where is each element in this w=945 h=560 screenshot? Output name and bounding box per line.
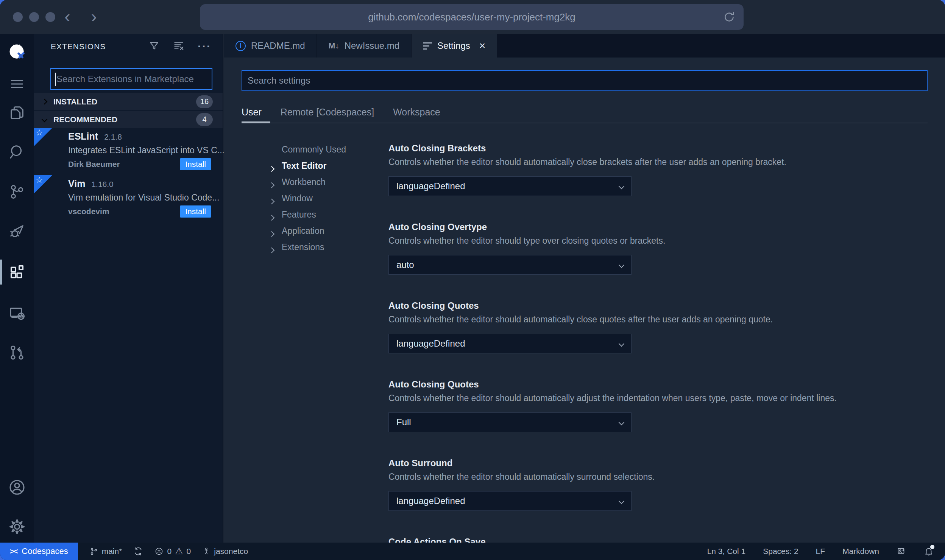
scope-tab-user[interactable]: User [242, 107, 262, 118]
setting-dropdown[interactable]: Full [388, 412, 632, 432]
info-icon: i [235, 41, 246, 51]
extension-author: Dirk Baeumer [68, 160, 120, 169]
toc-label: Workbench [282, 177, 326, 187]
setting-dropdown[interactable]: languageDefined [388, 334, 632, 353]
chevron-down-icon [619, 498, 625, 504]
branch-status[interactable]: main* [89, 547, 122, 556]
sync-icon [133, 546, 143, 556]
settings-editor: User Remote [Codespaces] Workspace Commo… [224, 58, 945, 543]
dropdown-value: auto [396, 260, 414, 270]
browser-window: ‹ › github.com/codespaces/user-my-projec… [0, 0, 945, 560]
tab-newissue[interactable]: M↓ NewIssue.md [317, 34, 412, 58]
extension-item-eslint[interactable]: ☆ ESLint 2.1.8 Integrates ESLint JavaScr… [34, 128, 223, 175]
more-actions-icon[interactable]: ··· [198, 43, 211, 50]
account-icon[interactable] [7, 478, 27, 497]
scope-separator [242, 123, 928, 123]
maximize-window-button[interactable] [45, 12, 55, 22]
source-control-icon[interactable] [7, 182, 27, 202]
dropdown-value: languageDefined [396, 181, 465, 191]
run-and-debug-icon[interactable] [7, 222, 27, 241]
setting-dropdown[interactable]: languageDefined [388, 491, 632, 511]
search-icon[interactable] [7, 142, 27, 162]
install-button[interactable]: Install [180, 158, 211, 170]
address-bar[interactable]: github.com/codespaces/user-my-project-mg… [200, 4, 744, 30]
chevron-right-icon [269, 166, 275, 172]
text-caret [55, 73, 56, 86]
setting-dropdown[interactable]: languageDefined [388, 176, 632, 196]
toc-label: Window [282, 193, 313, 204]
section-recommended[interactable]: RECOMMENDED 4 [34, 111, 223, 128]
install-button[interactable]: Install [180, 205, 211, 218]
filter-icon[interactable] [148, 40, 160, 53]
toc-commonly-used[interactable]: Commonly Used [270, 142, 346, 158]
status-bar-right: Ln 3, Col 1 Spaces: 2 LF Markdown [707, 546, 945, 556]
codespaces-remote-button[interactable]: >< Codespaces [0, 543, 78, 560]
extensions-icon[interactable] [7, 263, 27, 282]
section-label: INSTALLED [53, 97, 97, 106]
setting-description: Controls whether the editor should autom… [388, 472, 655, 482]
activity-bar [0, 34, 34, 543]
remote-explorer-icon[interactable] [7, 303, 27, 323]
eol-sequence[interactable]: LF [816, 547, 825, 556]
remote-icon: >< [10, 547, 17, 556]
toc-window[interactable]: Window [270, 190, 346, 207]
setting-dropdown[interactable]: auto [388, 255, 632, 275]
toc-workbench[interactable]: Workbench [270, 174, 346, 190]
clear-extensions-icon[interactable] [173, 40, 185, 53]
close-tab-icon[interactable]: × [479, 40, 485, 52]
tab-settings[interactable]: Settings × [412, 34, 497, 58]
notifications-button[interactable] [924, 546, 934, 556]
browser-forward-button[interactable]: › [86, 5, 101, 28]
toc-features[interactable]: Features [270, 207, 346, 223]
section-installed[interactable]: INSTALLED 16 [34, 93, 223, 110]
tab-label: Settings [437, 40, 470, 51]
dropdown-value: Full [396, 417, 411, 428]
user-status[interactable]: jasonetco [202, 547, 248, 556]
language-mode[interactable]: Markdown [842, 547, 879, 556]
explorer-icon[interactable] [7, 103, 27, 123]
toc-application[interactable]: Application [270, 223, 346, 239]
extension-item-vim[interactable]: ☆ Vim 1.16.0 Vim emulation for Visual St… [34, 175, 223, 222]
errors-count: 0 [167, 547, 172, 556]
minimize-window-button[interactable] [29, 12, 39, 22]
settings-list: Auto Closing Brackets Controls whether t… [388, 143, 928, 560]
scope-tab-workspace[interactable]: Workspace [393, 107, 440, 118]
chevron-right-icon [42, 99, 48, 105]
tab-readme[interactable]: i README.md [224, 34, 317, 58]
errors-icon [154, 547, 164, 556]
toc-extensions[interactable]: Extensions [270, 239, 346, 255]
menu-icon[interactable] [7, 74, 27, 94]
extension-name: Vim [68, 178, 85, 189]
tab-label: README.md [251, 40, 305, 51]
setting-auto-closing-quotes: Auto Closing Quotes Controls whether the… [388, 300, 928, 379]
sidebar-title: EXTENSIONS [51, 42, 148, 51]
section-label: RECOMMENDED [53, 115, 117, 124]
feedback-button[interactable] [897, 546, 906, 556]
browser-chrome: ‹ › github.com/codespaces/user-my-projec… [0, 0, 945, 34]
browser-back-button[interactable]: ‹ [60, 5, 75, 28]
chevron-down-icon [619, 262, 625, 268]
close-window-button[interactable] [13, 12, 23, 22]
extension-version: 2.1.8 [104, 132, 122, 142]
extensions-search-input[interactable] [51, 69, 212, 89]
setting-title: Auto Closing Quotes [388, 379, 928, 390]
setting-title: Auto Surround [388, 458, 928, 468]
settings-gear-icon[interactable] [7, 517, 27, 537]
chevron-right-icon [269, 231, 275, 237]
indentation[interactable]: Spaces: 2 [763, 547, 798, 556]
settings-search[interactable] [242, 70, 928, 91]
chevron-down-icon [619, 419, 625, 425]
settings-search-input[interactable] [242, 71, 927, 90]
problems-status[interactable]: 0 ⚠ 0 [154, 546, 191, 557]
toc-text-editor[interactable]: Text Editor [270, 158, 346, 174]
git-branch-icon [89, 547, 98, 556]
pull-requests-icon[interactable] [7, 343, 27, 362]
extensions-search[interactable] [50, 68, 212, 90]
scope-tab-remote[interactable]: Remote [Codespaces] [281, 107, 374, 118]
extension-description: Vim emulation for Visual Studio Code... [68, 193, 219, 203]
feedback-icon [897, 546, 906, 556]
reload-icon[interactable] [722, 10, 736, 24]
active-scope-underline [242, 121, 270, 123]
sync-status[interactable] [133, 546, 143, 556]
cursor-position[interactable]: Ln 3, Col 1 [707, 547, 746, 556]
